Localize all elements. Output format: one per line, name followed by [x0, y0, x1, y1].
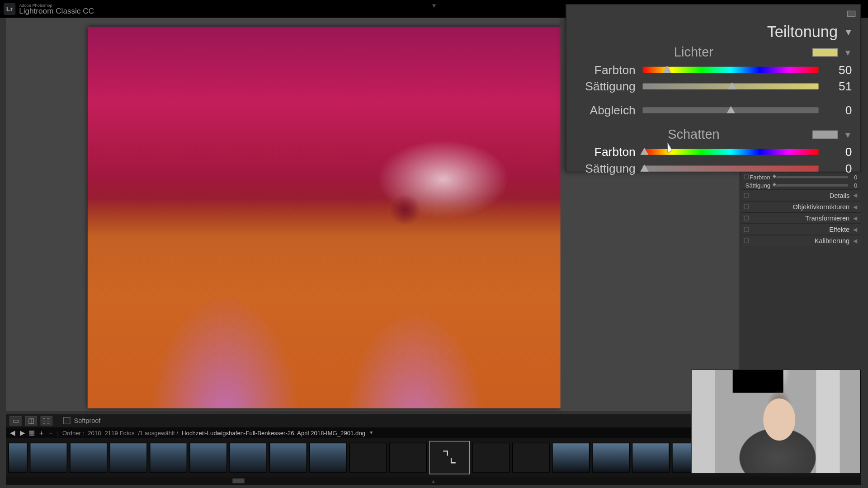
mini-hue-slider[interactable] [773, 176, 848, 178]
balance-value[interactable]: 0 [826, 103, 852, 117]
chevron-left-icon[interactable]: ◀ [853, 226, 857, 232]
filmstrip-thumb[interactable] [349, 442, 387, 472]
calibration-panel-header[interactable]: Kalibrierung ◀ [741, 235, 861, 246]
mini-hue-label: Farbton [745, 174, 770, 180]
mini-shadows-sat-row: Sättigung 0 [741, 181, 861, 189]
effects-label: Effekte [829, 226, 849, 233]
lens-label: Objektivkorrekturen [793, 203, 849, 211]
filmstrip-thumb[interactable] [592, 442, 629, 472]
mini-sat-value[interactable]: 0 [850, 182, 857, 189]
panel-window-icon[interactable] [847, 11, 855, 17]
shadows-sat-label: Sättigung [575, 162, 636, 175]
balance-row: Abgleich 0 [566, 102, 860, 118]
survey-view-button[interactable] [41, 416, 52, 425]
filmstrip-thumb-selected[interactable]: ⌝⌞ [429, 441, 470, 474]
panel-toggle-icon[interactable] [744, 238, 749, 243]
shadows-hue-label: Farbton [575, 145, 636, 159]
shadows-swatch-dropdown-icon[interactable]: ▼ [844, 130, 852, 139]
chevron-left-icon[interactable]: ◀ [853, 238, 857, 244]
softproof-checkbox[interactable] [63, 417, 71, 424]
shadows-header: Schatten [575, 127, 812, 142]
compare-view-button[interactable]: ◫ [25, 416, 37, 425]
presenter-webcam-overlay [691, 370, 861, 474]
filmstrip-thumb[interactable] [389, 442, 427, 472]
folder-name[interactable]: 2018 [88, 429, 101, 436]
transform-label: Transformieren [805, 215, 849, 222]
panel-grip-icon[interactable]: ▲ [431, 479, 436, 484]
develop-panel-column: Farbton 0 Sättigung 0 Details ◀ Objektiv… [741, 173, 861, 246]
filmstrip-thumb[interactable] [8, 442, 27, 472]
slider-knob-icon[interactable] [640, 164, 648, 172]
slider-knob-icon[interactable] [728, 82, 736, 89]
details-panel-header[interactable]: Details ◀ [741, 189, 861, 201]
slider-knob-icon[interactable] [772, 174, 777, 179]
shadows-hue-value[interactable]: 0 [826, 145, 852, 159]
mini-shadows-hue-row: Farbton 0 [741, 173, 861, 181]
highlights-hue-row: Farbton 50 [566, 61, 860, 78]
highlights-sat-label: Sättigung [575, 80, 636, 93]
shadows-sat-slider[interactable] [643, 166, 819, 172]
panel-toggle-icon[interactable] [744, 193, 749, 198]
filmstrip-thumb[interactable] [230, 442, 267, 472]
app-name: Lightroom Classic CC [19, 7, 94, 15]
filmstrip-scrollbar-thumb[interactable] [232, 479, 244, 483]
chevron-left-icon[interactable]: ◀ [853, 192, 857, 198]
photo-count: 2119 Fotos [104, 429, 134, 436]
filmstrip-thumb[interactable] [552, 442, 590, 472]
highlights-color-swatch[interactable] [813, 48, 838, 56]
calibration-label: Kalibrierung [815, 237, 849, 244]
mini-sat-slider[interactable] [773, 184, 848, 186]
filmstrip-thumb[interactable] [309, 442, 347, 472]
shadows-color-swatch[interactable] [813, 131, 838, 139]
edited-photo[interactable] [88, 27, 561, 408]
lens-panel-header[interactable]: Objektivkorrekturen ◀ [741, 201, 861, 212]
highlights-sat-slider[interactable] [643, 84, 819, 89]
filmstrip-thumb[interactable] [512, 442, 550, 472]
balance-label: Abgleich [575, 103, 636, 117]
panel-grip-icon[interactable]: ▼ [431, 2, 437, 9]
slider-knob-icon[interactable] [772, 182, 777, 187]
filmstrip-thumb[interactable] [70, 442, 107, 472]
panel-toggle-icon[interactable] [744, 216, 749, 221]
highlights-sat-row: Sättigung 51 [566, 78, 860, 95]
balance-slider[interactable] [643, 107, 819, 113]
current-file-name[interactable]: Hochzeit-Ludwigshafen-Full-Benkesser-26.… [182, 429, 365, 436]
filmstrip-scrollbar-track[interactable]: ▲ [6, 477, 861, 485]
panel-collapse-icon[interactable]: ▼ [844, 27, 853, 38]
plus-icon[interactable]: ＋ [38, 430, 44, 436]
chevron-left-icon[interactable]: ◀ [853, 215, 857, 221]
loupe-view-button[interactable]: ▭ [9, 416, 21, 425]
slider-knob-icon[interactable] [726, 106, 735, 113]
highlights-hue-slider[interactable] [643, 67, 819, 73]
split-toning-title: Teiltonung [767, 23, 838, 41]
highlights-hue-value[interactable]: 50 [826, 63, 852, 76]
chevron-left-icon[interactable]: ◀ [853, 204, 857, 210]
effects-panel-header[interactable]: Effekte ◀ [741, 224, 861, 235]
softproof-label: Softproof [74, 417, 101, 424]
minus-icon[interactable]: － [47, 430, 53, 436]
lightroom-logo-icon: Lr [4, 3, 15, 15]
mini-sat-label: Sättigung [745, 182, 770, 189]
grid-icon[interactable]: ▦ [28, 430, 34, 436]
mini-hue-value[interactable]: 0 [850, 174, 857, 180]
filmstrip-thumb[interactable] [30, 442, 67, 472]
nav-fwd-icon[interactable]: ▶ [19, 430, 25, 436]
filmstrip-thumb[interactable] [632, 442, 670, 472]
highlights-hue-label: Farbton [575, 63, 636, 76]
slider-knob-icon[interactable] [663, 66, 671, 73]
filmstrip-thumb[interactable] [150, 442, 187, 472]
highlights-sat-value[interactable]: 51 [826, 80, 852, 93]
shadows-hue-row: Farbton 0 [566, 144, 860, 160]
filmstrip-thumb[interactable] [189, 442, 227, 472]
panel-toggle-icon[interactable] [744, 204, 749, 209]
filmstrip-thumb[interactable] [110, 442, 147, 472]
slider-knob-icon[interactable] [640, 148, 648, 155]
panel-toggle-icon[interactable] [744, 174, 749, 179]
nav-back-icon[interactable]: ◀ [9, 430, 15, 436]
image-preview-area[interactable] [6, 18, 560, 411]
filmstrip-thumb[interactable] [269, 442, 307, 472]
transform-panel-header[interactable]: Transformieren ◀ [741, 212, 861, 223]
panel-toggle-icon[interactable] [744, 227, 749, 232]
highlights-swatch-dropdown-icon[interactable]: ▼ [844, 47, 852, 57]
filmstrip-thumb[interactable] [472, 442, 509, 472]
